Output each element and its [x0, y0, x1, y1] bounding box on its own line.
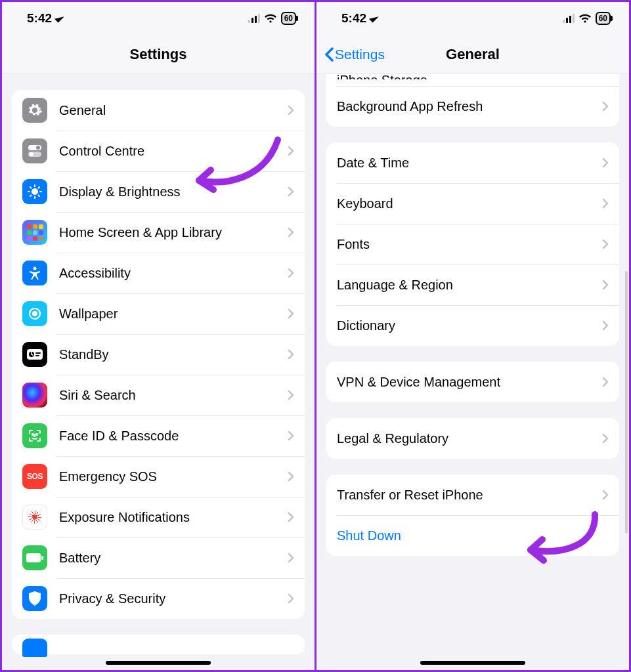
chevron-right-icon: [288, 390, 294, 400]
chevron-right-icon: [602, 433, 609, 444]
svg-point-21: [36, 434, 37, 435]
battery-icon: 60: [596, 12, 611, 25]
row-label: Display & Brightness: [59, 184, 288, 200]
row-transfer-or-reset-iphone[interactable]: Transfer or Reset iPhone: [326, 474, 619, 515]
row-iphone-storage[interactable]: iPhone Storage: [326, 74, 619, 86]
svg-rect-18: [35, 352, 41, 354]
row-label: Battery: [59, 551, 288, 566]
chevron-right-icon: [288, 268, 294, 278]
chevron-right-icon: [288, 186, 294, 197]
general-screen: 5:42 60 Settings General iPhone Storage: [315, 2, 629, 670]
svg-point-15: [33, 312, 37, 316]
row-label: Accessibility: [59, 266, 288, 281]
standby-icon: [22, 342, 47, 367]
sos-icon: SOS: [22, 464, 47, 489]
row-keyboard[interactable]: Keyboard: [326, 183, 619, 224]
svg-point-1: [36, 146, 40, 150]
chevron-right-icon: [288, 553, 294, 563]
svg-rect-23: [41, 556, 43, 560]
expo-icon: [22, 505, 47, 530]
chevron-right-icon: [602, 158, 609, 168]
back-button[interactable]: Settings: [324, 47, 385, 62]
row-acc[interactable]: Accessibility: [12, 253, 305, 293]
row-background-app-refresh[interactable]: Background App Refresh: [326, 86, 619, 127]
location-icon: [369, 12, 379, 22]
row-label: Privacy & Security: [59, 591, 288, 606]
row-display[interactable]: Display & Brightness: [12, 171, 305, 212]
row-label: Fonts: [337, 237, 602, 252]
acc-icon: [22, 261, 47, 285]
home-indicator[interactable]: [420, 661, 525, 665]
row-vpn-device-management[interactable]: VPN & Device Management: [326, 362, 619, 402]
svg-rect-19: [35, 355, 39, 356]
chevron-right-icon: [288, 105, 294, 116]
row-label: Face ID & Passcode: [59, 429, 288, 444]
face-icon: [22, 423, 47, 448]
row-shut-down[interactable]: Shut Down: [326, 515, 619, 556]
svg-line-11: [30, 196, 32, 197]
row-batt[interactable]: Battery: [12, 537, 305, 578]
chevron-right-icon: [602, 280, 609, 290]
row-expo[interactable]: Exposure Notifications: [12, 497, 305, 537]
row-label: Dictionary: [337, 318, 602, 333]
row-label: Wallpaper: [59, 306, 288, 322]
row-home[interactable]: Home Screen & App Library: [12, 212, 305, 253]
siri-icon: [22, 383, 47, 408]
row-label: Exposure Notifications: [59, 510, 288, 525]
row-dictionary[interactable]: Dictionary: [326, 305, 619, 346]
home-indicator[interactable]: [106, 661, 211, 665]
svg-line-12: [39, 187, 40, 188]
row-fonts[interactable]: Fonts: [326, 224, 619, 264]
wall-icon: [22, 301, 47, 326]
chevron-right-icon: [602, 320, 609, 331]
svg-line-9: [30, 187, 32, 188]
cellular-icon: [248, 14, 260, 23]
battery-icon: 60: [281, 12, 296, 25]
status-time: 5:42: [341, 11, 366, 26]
page-title: General: [446, 46, 500, 63]
row-priv[interactable]: Privacy & Security: [12, 578, 305, 619]
row-label: VPN & Device Management: [337, 375, 602, 390]
row-label: Legal & Regulatory: [337, 431, 602, 446]
general-list: iPhone Storage Background App Refresh Da…: [316, 74, 629, 670]
chevron-right-icon: [602, 239, 609, 249]
row-label: Language & Region: [337, 278, 602, 293]
svg-line-10: [39, 196, 40, 197]
chevron-right-icon: [288, 430, 294, 441]
svg-point-20: [32, 434, 33, 435]
next-group-peek: [12, 635, 305, 654]
row-label: Date & Time: [337, 156, 602, 171]
nav-bar: Settings General: [316, 35, 629, 74]
home-icon: [22, 220, 47, 245]
row-legal-regulatory[interactable]: Legal & Regulatory: [326, 418, 619, 459]
chevron-right-icon: [602, 377, 609, 387]
status-bar: 5:42 60: [316, 2, 629, 35]
row-date-time[interactable]: Date & Time: [326, 142, 619, 183]
row-wall[interactable]: Wallpaper: [12, 293, 305, 334]
chevron-right-icon: [288, 227, 294, 238]
row-language-region[interactable]: Language & Region: [326, 264, 619, 305]
chevron-right-icon: [288, 593, 294, 604]
row-general[interactable]: General: [12, 90, 305, 131]
row-standby[interactable]: StandBy: [12, 334, 305, 375]
settings-screen: 5:42 60 Settings GeneralControl CentreDi…: [2, 2, 315, 670]
batt-icon: [22, 545, 47, 570]
row-label: Control Centre: [59, 144, 288, 159]
status-bar: 5:42 60: [2, 2, 315, 35]
chevron-right-icon: [602, 198, 609, 209]
cellular-icon: [563, 14, 575, 23]
back-label: Settings: [335, 47, 385, 62]
row-siri[interactable]: Siri & Search: [12, 375, 305, 415]
row-face[interactable]: Face ID & Passcode: [12, 415, 305, 456]
chevron-right-icon: [288, 308, 294, 319]
status-time: 5:42: [27, 11, 52, 26]
scroll-indicator[interactable]: [625, 271, 628, 534]
chevron-right-icon: [288, 349, 294, 360]
row-label: Home Screen & App Library: [59, 225, 288, 240]
row-sos[interactable]: SOSEmergency SOS: [12, 456, 305, 497]
chevron-right-icon: [288, 146, 294, 156]
row-control[interactable]: Control Centre: [12, 131, 305, 171]
chevron-right-icon: [602, 101, 609, 112]
row-label: StandBy: [59, 347, 288, 362]
svg-point-4: [32, 188, 38, 195]
